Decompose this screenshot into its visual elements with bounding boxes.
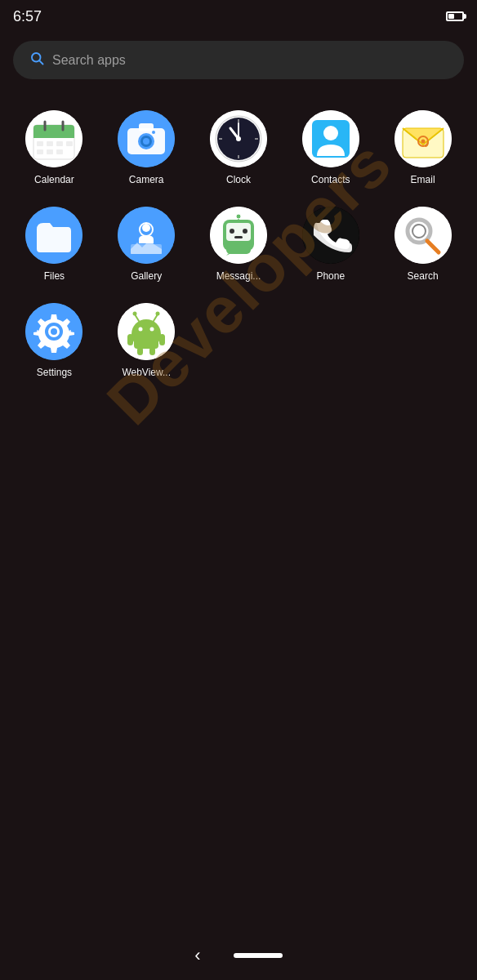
search-label: Search <box>408 270 439 282</box>
svg-rect-71 <box>134 334 158 349</box>
svg-rect-5 <box>33 131 74 138</box>
search-placeholder: Search apps <box>52 53 126 68</box>
app-item-gallery[interactable]: Gallery <box>100 200 193 288</box>
app-item-settings[interactable]: Settings <box>8 296 100 385</box>
svg-point-20 <box>143 138 149 145</box>
settings-label: Settings <box>37 367 72 378</box>
app-item-camera[interactable]: Camera <box>100 104 193 192</box>
app-item-webview[interactable]: WebView... <box>100 296 193 385</box>
svg-rect-17 <box>139 123 154 131</box>
camera-icon <box>118 110 175 167</box>
svg-point-49 <box>243 229 247 234</box>
phone-icon <box>302 207 359 264</box>
messaging-label: Messagi... <box>216 270 261 282</box>
phone-label: Phone <box>316 270 345 282</box>
svg-rect-74 <box>137 347 143 355</box>
clock-label: Clock <box>226 174 251 185</box>
svg-point-66 <box>133 312 137 316</box>
contacts-icon <box>302 110 359 167</box>
svg-rect-11 <box>66 141 73 146</box>
nav-home-indicator[interactable] <box>234 953 283 958</box>
status-bar: 6:57 <box>0 0 477 33</box>
files-label: Files <box>44 270 65 282</box>
svg-rect-9 <box>47 141 53 146</box>
svg-point-62 <box>51 328 57 335</box>
webview-icon <box>118 303 175 360</box>
app-item-search[interactable]: Search <box>377 200 469 288</box>
calendar-label: Calendar <box>34 174 74 185</box>
svg-point-69 <box>139 327 143 332</box>
svg-rect-53 <box>226 246 251 254</box>
webview-label: WebView... <box>122 367 171 378</box>
apps-grid: Calendar Camera <box>0 96 477 393</box>
svg-line-1 <box>39 60 42 64</box>
email-label: Email <box>411 174 435 185</box>
svg-point-43 <box>142 224 150 232</box>
svg-point-38 <box>421 140 425 144</box>
app-item-clock[interactable]: Clock <box>193 104 285 192</box>
svg-point-34 <box>323 126 338 140</box>
calendar-icon <box>25 110 82 167</box>
nav-back-button[interactable]: ‹ <box>194 945 200 966</box>
messaging-icon <box>210 207 267 264</box>
svg-point-52 <box>236 214 241 219</box>
camera-label: Camera <box>129 174 164 185</box>
svg-rect-72 <box>127 334 133 345</box>
svg-rect-14 <box>56 149 63 154</box>
app-item-phone[interactable]: Phone <box>284 200 377 288</box>
gallery-icon <box>118 207 175 264</box>
search-bar[interactable]: Search apps <box>13 41 464 79</box>
svg-point-68 <box>156 312 160 316</box>
svg-rect-13 <box>47 149 53 154</box>
app-item-files[interactable]: Files <box>8 200 100 288</box>
svg-point-48 <box>230 229 234 234</box>
nav-bar: ‹ <box>0 931 477 980</box>
email-icon <box>395 110 452 167</box>
contacts-label: Contacts <box>311 174 350 185</box>
svg-rect-8 <box>37 141 43 146</box>
battery-icon <box>446 11 464 21</box>
svg-rect-75 <box>149 347 155 355</box>
app-item-calendar[interactable]: Calendar <box>8 104 100 192</box>
search-app-icon <box>395 207 452 264</box>
app-item-email[interactable]: Email <box>377 104 469 192</box>
svg-rect-73 <box>159 334 165 345</box>
svg-rect-10 <box>56 141 63 146</box>
app-item-contacts[interactable]: Contacts <box>284 104 377 192</box>
svg-rect-12 <box>37 149 43 154</box>
status-time: 6:57 <box>13 8 42 25</box>
svg-point-70 <box>150 327 154 332</box>
svg-rect-50 <box>234 236 243 238</box>
gallery-label: Gallery <box>131 270 162 282</box>
svg-point-21 <box>152 131 155 134</box>
app-item-messaging[interactable]: Messagi... <box>193 200 285 288</box>
search-icon <box>29 51 44 69</box>
status-icons <box>446 11 464 21</box>
clock-icon <box>210 110 267 167</box>
svg-point-54 <box>302 207 359 264</box>
settings-icon <box>25 303 82 360</box>
files-icon <box>25 207 82 264</box>
